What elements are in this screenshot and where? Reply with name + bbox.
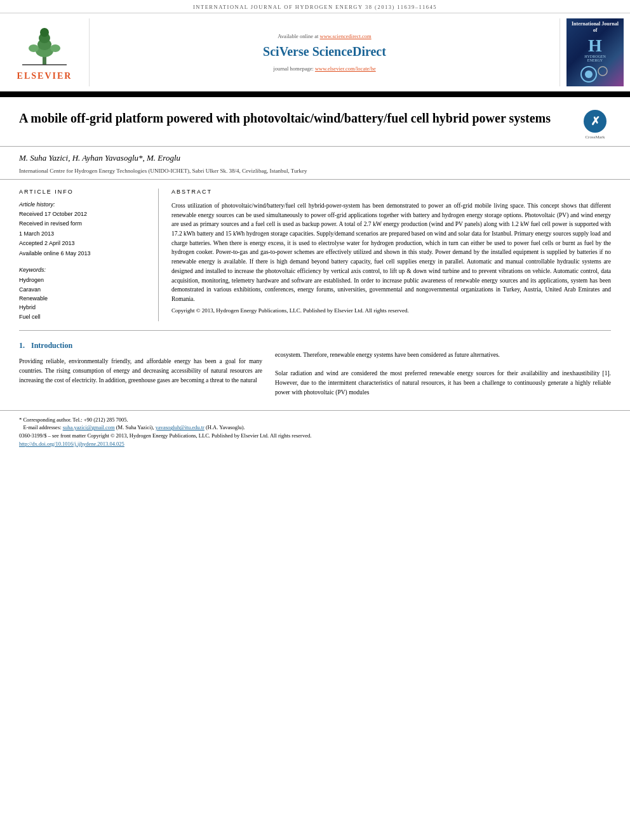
crossmark-icon[interactable]: ✗ [584,110,607,133]
article-info-abstract-section: ARTICLE INFO Article history: Received 1… [0,179,630,330]
elsevier-name: ELSEVIER [17,71,72,81]
footnotes-section: * Corresponding author. Tel.: +90 (212) … [0,410,630,451]
intro-heading: 1. Introduction [19,341,262,350]
elsevier-logo: ELSEVIER [6,18,83,86]
abstract-copyright: Copyright © 2013, Hydrogen Energy Public… [171,307,611,316]
sciverse-section: Available online at www.sciencedirect.co… [89,18,560,86]
elsevier-tree-icon [16,24,73,69]
available-online-date: Available online 6 May 2013 [19,250,145,258]
svg-point-5 [29,44,39,52]
authors-section: M. Suha Yazici, H. Ayhan Yavasoglu*, M. … [0,147,630,179]
introduction-section: 1. Introduction Providing reliable, envi… [0,331,630,403]
journal-header: ELSEVIER Available online at www.science… [0,13,630,93]
intro-left-column: 1. Introduction Providing reliable, envi… [19,341,262,397]
authors-line: M. Suha Yazici, H. Ayhan Yavasoglu*, M. … [19,153,611,163]
keyword-hydrogen: Hydrogen [19,276,145,284]
abstract-column: ABSTRACT Cross utilization of photovolta… [159,189,611,321]
intro-right-text: ecosystem. Therefore, renewable energy s… [275,352,611,396]
journal-cover-thumbnail: International Journal of H HYDROGENENERG… [566,18,624,86]
email-link-2[interactable]: yavasogluh@itu.edu.tr [156,424,204,430]
sciverse-title: SciVerse ScienceDirect [263,44,386,59]
footnote-doi: http://dx.doi.org/10.1016/j.ijhydene.201… [19,440,611,448]
article-title-container: A mobile off-grid platform powered with … [19,110,566,137]
journal-homepage-label: journal homepage: www.elsevier.com/locat… [273,65,375,72]
crossmark-label: CrossMark [585,135,605,140]
svg-point-4 [40,28,49,37]
affiliation: International Centre for Hydrogen Energy… [19,167,611,175]
received-date-1: Received 17 October 2012 [19,210,145,219]
email-link-1[interactable]: suha.yazici@gmail.com [63,424,115,430]
keyword-fuelcell: Fuel cell [19,312,145,321]
svg-point-9 [585,70,593,78]
intro-section-number: 1. [19,341,25,350]
abstract-header: ABSTRACT [171,189,611,195]
article-main-title: A mobile off-grid platform powered with … [19,110,566,126]
footnote-email: E-mail addresses: suha.yazici@gmail.com … [19,423,611,432]
abstract-body: Cross utilization of photovoltaic/wind/b… [171,201,611,304]
intro-body-left: Providing reliable, environmentally frie… [19,357,262,385]
intro-right-column: ecosystem. Therefore, renewable energy s… [275,341,611,397]
svg-rect-0 [43,56,46,65]
accepted-date: Accepted 2 April 2013 [19,239,145,248]
journal-citation: INTERNATIONAL JOURNAL OF HYDROGEN ENERGY… [193,4,437,10]
intro-section-title: Introduction [31,341,72,350]
article-info-column: ARTICLE INFO Article history: Received 1… [19,189,159,321]
cover-subtitle: HYDROGENENERGY [584,55,606,62]
keywords-section: Keywords: Hydrogen Caravan Renewable Hyb… [19,267,145,321]
footnote-corresponding: * Corresponding author. Tel.: +90 (212) … [19,416,611,424]
keyword-hybrid: Hybrid [19,303,145,312]
article-history-label: Article history: [19,201,145,208]
article-title-section: A mobile off-grid platform powered with … [0,97,630,147]
intro-body-right: ecosystem. Therefore, renewable energy s… [275,341,611,397]
received-revised-label: Received in revised form [19,220,145,229]
doi-link[interactable]: http://dx.doi.org/10.1016/j.ijhydene.201… [19,441,124,447]
cover-graphic-icon [576,65,614,84]
svg-point-6 [50,44,60,52]
article-info-header: ARTICLE INFO [19,189,145,195]
keyword-renewable: Renewable [19,294,145,303]
available-online-text: Available online at www.sciencedirect.co… [278,33,371,39]
cover-title-text: International Journal of [569,21,621,33]
keyword-caravan: Caravan [19,285,145,294]
journal-top-bar: INTERNATIONAL JOURNAL OF HYDROGEN ENERGY… [0,0,630,13]
keywords-label: Keywords: [19,267,145,273]
cover-h-letter: H [588,37,602,55]
received-revised-date: 1 March 2013 [19,230,145,239]
footnote-issn: 0360-3199/$ – see front matter Copyright… [19,432,611,440]
journal-homepage-link[interactable]: www.elsevier.com/locate/he [315,65,376,72]
crossmark-badge: ✗ CrossMark [579,110,611,140]
sciencedirect-link[interactable]: www.sciencedirect.com [320,33,372,39]
svg-point-10 [598,67,607,76]
